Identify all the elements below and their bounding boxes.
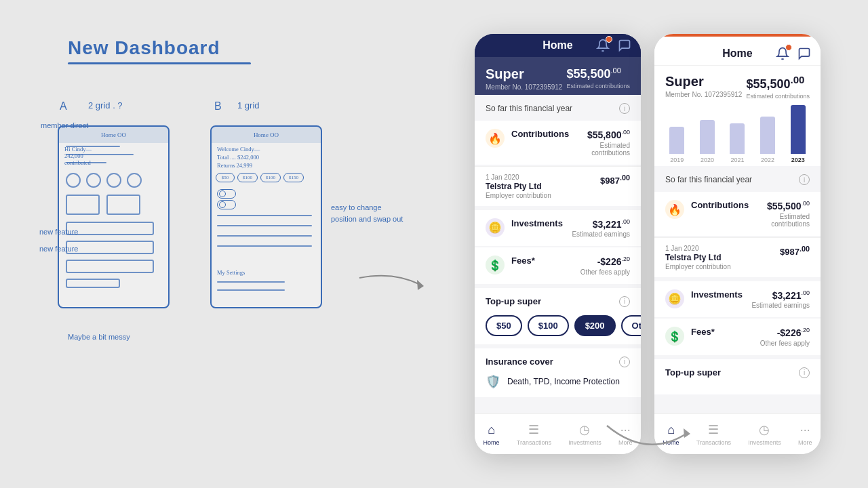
sketch-area: New Dashboard A 2 grid . ? B 1 grid Home… [0, 0, 427, 488]
label-b: B [214, 100, 222, 113]
investments-amount-b: $3,221.00 [751, 289, 810, 301]
super-a-member: Member No. 1072395912 [486, 83, 562, 91]
phone-b-super-card: Super Member No. 1072395912 $55,500.00 E… [654, 66, 821, 105]
phone-a-banner: Home [475, 34, 641, 95]
employer-date-a: 1 Jan 2020 [486, 174, 551, 181]
phone-b-banner [654, 34, 821, 39]
contributions-sub-a: Estimated contributions [569, 142, 630, 157]
phone-b-scroll[interactable]: So far this financial year i 🔥 Contribut… [654, 166, 821, 413]
sketch-title: New Dashboard [68, 37, 220, 59]
phone-a-insurance: Insurance cover i 🛡️ Death, TPD, Income … [475, 348, 641, 397]
note-member: member direct [41, 121, 88, 130]
home-nav-icon-a: ⌂ [488, 423, 495, 437]
fees-sub-a: Other fees apply [580, 268, 630, 276]
grid-b-label: 1 grid [237, 100, 260, 110]
insurance-title-a: Insurance cover [486, 357, 553, 367]
super-a-title: Super [486, 66, 562, 82]
phone-a-topup: Top-up super i $50 $100 $200 Other [475, 288, 641, 344]
bar-label-2023: 2023 [791, 157, 805, 163]
nav-more-b[interactable]: ··· More [793, 420, 818, 449]
phone-a-scroll[interactable]: So far this financial year i 🔥 Contribut… [475, 95, 641, 413]
msg-icon-b[interactable] [796, 45, 812, 62]
super-a-est: Estimated contributions [566, 83, 630, 89]
chart-bars: 2019 2020 2021 2022 2023 [665, 112, 810, 166]
insurance-label-a: Death, TPD, Income Protection [507, 377, 620, 386]
note-easy: easy to change position and swap out [331, 202, 406, 224]
sketch-arrow [353, 258, 434, 312]
employer-type-b: Employer contribution [665, 263, 731, 270]
phone-b: Home Super [654, 34, 821, 454]
phone-b-financial-year: So far this financial year [665, 175, 752, 184]
topup-title-b: Top-up super [665, 367, 721, 378]
employer-date-b: 1 Jan 2020 [665, 245, 731, 252]
contributions-amount-a: $55,800.00 [569, 129, 630, 140]
contributions-label-b: Contributions [691, 200, 749, 210]
topup-btn-200-a[interactable]: $200 [574, 315, 616, 336]
super-b-member: Member No. 1072395912 [665, 91, 742, 98]
employer-name-a: Telstra Pty Ltd [486, 182, 551, 191]
nav-investments-b[interactable]: ◷ Investments [743, 420, 787, 449]
phone-a-contributions: 🔥 Contributions $55,800.00 Estimated con… [475, 121, 641, 165]
fees-label-b: Fees* [691, 327, 715, 337]
topup-info-b[interactable]: i [799, 367, 810, 378]
insurance-info-a[interactable]: i [619, 357, 630, 367]
contributions-amount-b: $55,500.00 [749, 200, 810, 211]
investments-label-a: Investments [511, 218, 563, 228]
bar-label-2021: 2021 [730, 157, 744, 163]
topup-btn-50-a[interactable]: $50 [486, 315, 522, 336]
phone-b-section-header: So far this financial year i [654, 166, 821, 190]
employer-amount-b: $987.00 [780, 245, 810, 257]
phone-a-fees: 💲 Fees* -$226.20 Other fees apply [475, 247, 641, 284]
phone-a-investments: 🪙 Investments $3,221.00 Estimated earnin… [475, 210, 641, 247]
nav-home-label-a: Home [484, 439, 500, 446]
fees-icon-a: 💲 [486, 256, 505, 274]
phone-a-header: Home [475, 34, 641, 57]
phone-a-super-card: Super Member No. 1072395912 $55,500.00 E… [475, 57, 641, 99]
topup-buttons-a: $50 $100 $200 Other [486, 315, 630, 336]
bell-icon-a[interactable] [595, 37, 611, 54]
phones-area: Home [427, 0, 868, 488]
fees-amount-a: -$226.20 [580, 256, 630, 267]
topup-btn-100-a[interactable]: $100 [528, 315, 569, 336]
topup-info-a[interactable]: i [619, 296, 630, 307]
employer-type-a: Employer contribution [486, 192, 551, 199]
note-new-feature: new feature [39, 227, 78, 237]
label-a: A [60, 100, 67, 113]
nav-transactions-a[interactable]: ☰ Transactions [511, 420, 557, 449]
transactions-nav-icon-b: ☰ [708, 422, 719, 437]
investments-sub-a: Estimated earnings [572, 230, 630, 238]
investments-amount-a: $3,221.00 [572, 218, 630, 230]
phone-b-info-icon[interactable]: i [799, 174, 810, 185]
nav-home-a[interactable]: ⌂ Home [478, 420, 505, 449]
bar-2021 [730, 123, 745, 154]
chart-bar-2022: 2022 [756, 117, 780, 163]
topup-title-a: Top-up super [486, 296, 541, 306]
bar-2020 [700, 120, 715, 154]
super-b-title: Super [665, 74, 742, 89]
phone-b-contributions: 🔥 Contributions $55,500.00 Estimated con… [654, 192, 821, 236]
contributions-icon-a: 🔥 [486, 129, 505, 148]
fees-amount-b: -$226.20 [760, 327, 810, 338]
chart-bar-2021: 2021 [726, 123, 749, 163]
phone-a-section-header: So far this financial year i [475, 95, 641, 119]
bar-2023 [791, 105, 806, 154]
phone-b-title: Home [722, 47, 752, 60]
super-b-est: Estimated contributions [746, 93, 810, 100]
phone-a-title: Home [542, 39, 572, 52]
note-messy: Maybe a bit messy [68, 332, 130, 342]
contributions-label-a: Contributions [511, 129, 569, 139]
phone-b-icons [774, 45, 812, 62]
nav-more-label-b: More [798, 439, 812, 446]
contributions-icon-b: 🔥 [665, 200, 684, 219]
phone-b-topup: Top-up super i [654, 359, 821, 394]
super-b-amount: $55,500.00 [746, 74, 810, 92]
msg-icon-a[interactable] [616, 37, 633, 54]
topup-btn-other-a[interactable]: Other [621, 315, 641, 336]
svg-marker-1 [684, 428, 690, 438]
fees-sub-b: Other fees apply [760, 340, 810, 347]
grid-a-label: 2 grid . ? [88, 100, 123, 110]
nav-transactions-label-a: Transactions [517, 439, 551, 446]
bell-badge-a [606, 36, 612, 43]
phone-a-info-icon[interactable]: i [619, 103, 630, 114]
bell-icon-b[interactable] [774, 45, 791, 62]
